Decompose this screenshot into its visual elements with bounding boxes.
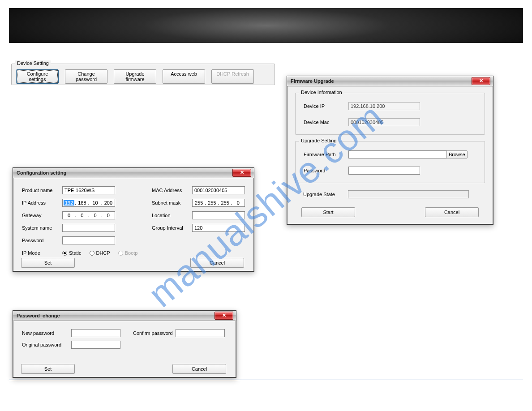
firmware-start-button[interactable]: Start bbox=[301, 207, 355, 217]
firmware-path-field[interactable] bbox=[348, 150, 447, 158]
close-icon[interactable]: ✕ bbox=[232, 169, 251, 177]
upgrade-setting-legend: Upgrade Setting bbox=[299, 138, 339, 143]
system-name-field[interactable] bbox=[62, 224, 115, 232]
mac-address-label: MAC Address bbox=[152, 188, 192, 193]
top-banner bbox=[9, 8, 523, 43]
location-field[interactable] bbox=[192, 211, 245, 219]
device-setting-group: Device Setting Configure settings Change… bbox=[11, 64, 275, 85]
group-interval-label: Group Interval bbox=[152, 225, 192, 231]
gateway-field[interactable]: 0. 0. 0. 0 bbox=[62, 211, 115, 219]
ip-mode-bootp-radio[interactable]: Bootp bbox=[118, 250, 138, 256]
config-cancel-button[interactable]: Cancel bbox=[190, 258, 244, 268]
confirm-password-label: Confirm password bbox=[133, 330, 173, 336]
fw-password-field[interactable] bbox=[348, 167, 420, 175]
device-mac-field: 000102030405 bbox=[348, 118, 420, 126]
subnet-mask-field[interactable]: 255. 255. 255. 0 bbox=[192, 199, 245, 207]
divider-line bbox=[9, 380, 523, 380]
device-mac-label: Device Mac bbox=[304, 120, 348, 125]
system-name-label: System name bbox=[22, 225, 62, 231]
config-titlebar: Configuration setting ✕ bbox=[13, 168, 254, 178]
gateway-label: Gateway bbox=[22, 213, 62, 218]
original-password-label: Original password bbox=[22, 342, 71, 347]
product-name-field[interactable]: TPE-1620WS bbox=[62, 186, 115, 194]
configure-settings-button[interactable]: Configure settings bbox=[16, 69, 59, 84]
firmware-titlebar: Firmware Upgrade ✕ bbox=[287, 76, 493, 86]
config-title: Configuration setting bbox=[17, 170, 66, 176]
ip-mode-static-radio[interactable]: Static bbox=[62, 250, 82, 256]
new-password-field[interactable] bbox=[71, 329, 120, 337]
firmware-upgrade-window: Firmware Upgrade ✕ Device Information De… bbox=[287, 76, 493, 225]
group-interval-field[interactable]: 120 bbox=[192, 224, 245, 232]
mac-address-field[interactable]: 000102030405 bbox=[192, 186, 245, 194]
device-information-group: Device Information Device IP 192.168.10.… bbox=[295, 93, 485, 135]
firmware-cancel-button[interactable]: Cancel bbox=[425, 207, 479, 217]
ip-address-label: IP Address bbox=[22, 200, 62, 206]
password-change-window: Password_change ✕ New password Confirm p… bbox=[13, 310, 236, 378]
ip-mode-label: IP Mode bbox=[22, 250, 62, 256]
original-password-field[interactable] bbox=[71, 341, 120, 349]
confirm-password-field[interactable] bbox=[176, 329, 225, 337]
location-label: Location bbox=[152, 213, 192, 218]
firmware-path-label: Firmware Path bbox=[304, 152, 348, 157]
password-cancel-button[interactable]: Cancel bbox=[172, 364, 226, 374]
browse-button[interactable]: Browse bbox=[446, 150, 468, 158]
device-info-legend: Device Information bbox=[299, 90, 344, 95]
access-web-button[interactable]: Access web bbox=[163, 69, 205, 84]
firmware-title: Firmware Upgrade bbox=[291, 78, 334, 84]
device-setting-legend: Device Setting bbox=[15, 60, 51, 66]
ip-mode-dhcp-radio[interactable]: DHCP bbox=[90, 250, 110, 256]
password-field[interactable] bbox=[62, 236, 115, 244]
upgrade-firmware-button[interactable]: Upgrade firmware bbox=[114, 69, 156, 84]
dhcp-refresh-button[interactable]: DHCP Refresh bbox=[211, 69, 254, 84]
close-icon[interactable]: ✕ bbox=[472, 77, 490, 85]
upgrade-setting-group: Upgrade Setting Firmware Path Browse Pas… bbox=[295, 141, 485, 183]
device-ip-label: Device IP bbox=[304, 103, 348, 109]
configuration-setting-window: Configuration setting ✕ Product name TPE… bbox=[13, 167, 254, 272]
fw-password-label: Password bbox=[304, 168, 348, 173]
ip-address-field[interactable]: 192. 168. 10. 200 bbox=[62, 199, 115, 207]
change-password-button[interactable]: Change password bbox=[65, 69, 107, 84]
upgrade-state-label: Upgrade State bbox=[303, 192, 348, 197]
close-icon[interactable]: ✕ bbox=[215, 312, 233, 320]
upgrade-state-field bbox=[348, 190, 469, 198]
password-set-button[interactable]: Set bbox=[21, 364, 75, 374]
product-name-label: Product name bbox=[22, 188, 62, 193]
subnet-mask-label: Subnet mask bbox=[152, 200, 192, 206]
password-title: Password_change bbox=[17, 313, 60, 318]
new-password-label: New password bbox=[22, 330, 71, 336]
config-set-button[interactable]: Set bbox=[21, 258, 75, 268]
password-label: Password bbox=[22, 238, 62, 243]
password-titlebar: Password_change ✕ bbox=[13, 311, 236, 321]
device-ip-field: 192.168.10.200 bbox=[348, 102, 420, 110]
